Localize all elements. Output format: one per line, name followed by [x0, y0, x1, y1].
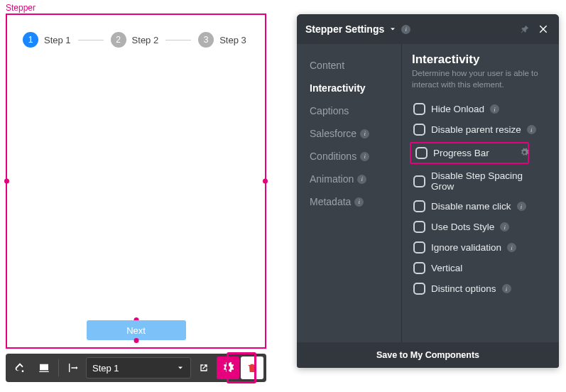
checkbox[interactable] [413, 262, 425, 274]
checkbox[interactable] [413, 283, 425, 295]
info-icon[interactable]: i [357, 175, 366, 184]
next-button-wrap: Next [87, 320, 186, 340]
fill-style-button[interactable] [9, 356, 31, 379]
option-row: Hide Onloadi [412, 99, 549, 119]
content-subtitle: Determine how your user is able to inter… [412, 68, 549, 90]
checkbox[interactable] [413, 241, 425, 254]
option-label: Hide Onload [431, 104, 484, 114]
step[interactable]: 1Step 1 [23, 32, 71, 48]
stepper-element[interactable]: 1Step 12Step 23Step 3 Next [6, 13, 266, 349]
panel-nav: ContentInteractivityCaptionsSalesforceiC… [297, 44, 402, 342]
settings-button[interactable] [217, 356, 239, 379]
nav-item-content[interactable]: Content [297, 54, 401, 77]
step-connector [78, 40, 104, 40]
panel-title: Stepper Settings [305, 23, 384, 35]
option-label: Vertical [431, 263, 462, 273]
step-label: Step 3 [219, 35, 246, 45]
step-label: Step 2 [132, 35, 159, 45]
nav-item-label: Interactivity [310, 82, 366, 94]
info-icon[interactable]: i [360, 152, 369, 161]
option-label: Disable parent resize [431, 124, 521, 135]
nav-item-conditions[interactable]: Conditionsi [297, 145, 401, 168]
option-gear-icon[interactable] [520, 148, 529, 159]
checkbox[interactable] [413, 221, 425, 233]
option-row: Disable parent resizei [412, 119, 549, 140]
nav-item-label: Content [310, 60, 344, 71]
option-label: Progress Bar [433, 148, 489, 158]
nav-item-label: Conditions [310, 151, 357, 162]
step-label: Step 1 [44, 35, 71, 45]
info-icon[interactable]: i [502, 284, 511, 293]
checkbox[interactable] [413, 124, 425, 136]
resize-handle-left[interactable] [4, 179, 9, 184]
nav-item-label: Salesforce [310, 128, 357, 139]
option-label: Distinct options [431, 283, 496, 294]
canvas-area: Stepper 1Step 12Step 23Step 3 Next [6, 3, 266, 349]
info-icon[interactable]: i [507, 243, 516, 252]
nav-item-label: Captions [310, 105, 349, 116]
element-label: Stepper [6, 3, 266, 13]
save-to-components-button[interactable]: Save to My Components [297, 342, 559, 368]
step-select-value: Step 1 [92, 363, 119, 374]
option-row: Vertical [412, 258, 549, 278]
step-number: 1 [23, 32, 38, 48]
screen-button[interactable] [33, 356, 55, 379]
close-button[interactable] [536, 22, 550, 36]
info-icon[interactable]: i [517, 202, 526, 211]
nav-item-animation[interactable]: Animationi [297, 168, 401, 190]
nav-item-salesforce[interactable]: Salesforcei [297, 122, 401, 145]
option-row: Disable Step Spacing Grow [412, 166, 549, 196]
option-row: Progress Bar [410, 142, 529, 164]
pin-button[interactable] [518, 22, 532, 36]
option-label: Ignore validation [431, 242, 501, 253]
option-row: Distinct optionsi [412, 278, 549, 299]
step-number: 3 [198, 32, 214, 48]
info-icon[interactable]: i [500, 222, 509, 232]
step-connector [165, 40, 191, 40]
step[interactable]: 2Step 2 [111, 32, 159, 48]
option-label: Use Dots Style [431, 222, 494, 232]
option-row: Ignore validationi [412, 237, 549, 258]
open-external-button[interactable] [192, 356, 215, 379]
option-label: Disable name click [431, 201, 511, 212]
option-row: Use Dots Stylei [412, 217, 549, 237]
panel-body: ContentInteractivityCaptionsSalesforceiC… [297, 44, 559, 342]
step-number: 2 [111, 32, 126, 48]
panel-content: Interactivity Determine how your user is… [402, 44, 559, 342]
nav-item-label: Metadata [310, 196, 351, 207]
content-title: Interactivity [412, 53, 549, 67]
resize-handle-right[interactable] [263, 179, 268, 184]
settings-panel: Stepper Settings i ContentInteractivityC… [297, 14, 559, 368]
options-list: Hide OnloadiDisable parent resizeiProgre… [412, 99, 549, 299]
chevron-down-icon[interactable] [388, 25, 397, 33]
step-select[interactable]: Step 1 [86, 357, 191, 379]
checkbox[interactable] [415, 147, 428, 159]
checkbox[interactable] [413, 103, 425, 115]
nav-item-metadata[interactable]: Metadatai [297, 190, 401, 213]
stepper-steps: 1Step 12Step 23Step 3 [7, 15, 265, 48]
info-icon[interactable]: i [401, 25, 410, 34]
next-button[interactable]: Next [87, 320, 186, 340]
info-icon[interactable]: i [354, 197, 364, 207]
checkbox[interactable] [413, 200, 425, 212]
step[interactable]: 3Step 3 [198, 32, 246, 48]
element-toolbar: Step 1 [6, 354, 266, 382]
nav-item-label: Animation [310, 173, 354, 185]
resize-handle-bottom[interactable] [134, 338, 138, 343]
option-row: Disable name clicki [412, 196, 549, 217]
panel-header: Stepper Settings i [297, 14, 559, 44]
info-icon[interactable]: i [360, 129, 369, 138]
info-icon[interactable]: i [527, 125, 536, 134]
align-button[interactable] [62, 356, 85, 379]
info-icon[interactable]: i [490, 104, 499, 114]
delete-button[interactable] [241, 356, 263, 379]
checkbox[interactable] [413, 175, 425, 187]
chevron-down-icon [176, 364, 185, 372]
option-label: Disable Step Spacing Grow [431, 170, 548, 192]
nav-item-captions[interactable]: Captions [297, 99, 401, 122]
nav-item-interactivity[interactable]: Interactivity [297, 77, 401, 99]
toolbar-separator [58, 359, 59, 376]
